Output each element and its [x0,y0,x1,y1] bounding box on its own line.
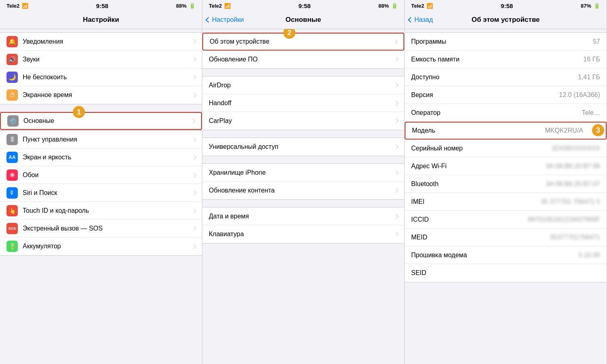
touchid-chevron [191,208,196,213]
detail-row-seid: SEID [405,264,607,282]
bgrefresh-label: Обновление контента [209,187,395,194]
update-label: Обновление ПО [209,56,395,63]
settings-item-control[interactable]: 🎛 Пункт управления [0,131,202,148]
settings-item-dnd[interactable]: 🌙 Не беспокоить [0,68,202,86]
detail-row-available: Доступно 1,41 ГБ [405,68,607,86]
general-icon: ⚙️ [7,115,19,127]
about-group: Об этом устройстве Обновление ПО [202,32,404,69]
detail-row-bluetooth: Bluetooth 3A:08:B6:20:B7:07 [405,175,607,193]
wallpaper-label: Обои [23,171,192,179]
battery-pct-3: 87% [581,3,591,9]
about-label: Об этом устройстве [210,38,394,45]
display-chevron [191,155,196,159]
battery-icon-2: 🔋 [391,3,398,9]
status-left-1: Tele2 📶 [6,3,28,9]
storage-chevron [394,170,398,175]
storage-group: Хранилище iPhone Обновление контента [202,163,404,200]
back-chevron-3 [408,17,414,22]
model-section: 3 Модель MKQK2RU/A [405,122,607,140]
control-icon: 🎛 [6,134,18,145]
step-badge-3: 3 [592,124,604,136]
nav-title-1: Настройки [83,16,119,24]
settings-item-bgrefresh[interactable]: Обновление контента [202,182,404,199]
sounds-icon: 🔊 [6,54,18,65]
time-3: 9:58 [501,2,513,9]
settings-item-handoff[interactable]: Handoff [202,94,404,112]
detail-row-imei: IMEI 35 377701 756471 5 [405,193,607,211]
notifications-icon: 🔔 [6,36,18,47]
time-1: 9:58 [96,2,108,9]
back-label-3: Назад [414,16,433,23]
detail-row-modem: Прошивка модема 5.10.00 [405,246,607,264]
airdrop-chevron [394,83,398,87]
sounds-label: Звуки [23,56,192,63]
status-left-2: Tele2 📶 [209,3,231,9]
display-label: Экран и яркость [23,154,192,161]
screentime-chevron [191,93,196,97]
nav-header-1: Настройки [0,11,202,29]
wifi-icon-3: 📶 [427,3,433,9]
settings-item-about[interactable]: Об этом устройстве [202,33,404,51]
time-2: 9:58 [299,2,311,9]
detail-row-iccid: ICCID 8970105191219437900F [405,211,607,229]
back-label-2: Настройки [212,16,244,23]
general-group: ⚙️ Основные [0,112,202,130]
back-chevron-2 [206,17,211,22]
touchid-icon: 👆 [6,205,18,216]
settings-item-touchid[interactable]: 👆 Touch ID и код-пароль [0,202,202,220]
settings-item-carplay[interactable]: CarPlay [202,112,404,130]
settings-item-battery[interactable]: 🔋 Аккумулятор [0,237,202,255]
sounds-chevron [191,57,196,61]
detail-row-meid: MEID 35377701756471 [405,229,607,246]
accessibility-group: Универсальный доступ [202,138,404,156]
about-chevron [393,39,397,44]
nav-header-2: Настройки Основные [202,11,404,29]
sos-icon: SOS [6,223,18,234]
dnd-chevron [191,75,196,79]
siri-label: Siri и Поиск [23,189,192,197]
carrier-2: Tele2 [209,3,222,9]
battery-pct-2: 88% [378,3,389,9]
settings-item-airdrop[interactable]: AirDrop [202,76,404,94]
settings-item-sounds[interactable]: 🔊 Звуки [0,51,202,68]
nav-title-3: Об этом устройстве [471,16,540,24]
about-section: 2 Об этом устройстве Обновление ПО [202,32,404,69]
wifi-icon-2: 📶 [224,3,231,9]
dnd-label: Не беспокоить [23,74,192,81]
control-chevron [191,137,196,142]
detail-row-apps: Программы 57 [405,33,607,51]
wallpaper-chevron [191,173,196,177]
battery-pct-1: 88% [176,3,187,9]
battery-icon-item: 🔋 [6,241,18,252]
step-badge-1: 1 [73,106,85,118]
settings-item-screentime[interactable]: ⏱ Экранное время [0,86,202,104]
handoff-label: Handoff [209,99,395,107]
detail-row-model: Модель MKQK2RU/A [405,122,607,140]
settings-item-sos[interactable]: SOS Экстренный вызов — SOS [0,220,202,237]
settings-item-siri[interactable]: 🎙 Siri и Поиск [0,184,202,202]
notifications-chevron [191,39,196,44]
display-icon: AA [6,152,18,163]
datetime-group: Дата и время Клавиатура [202,207,404,243]
notifications-label: Уведомления [23,38,192,45]
settings-content: 🔔 Уведомления 🔊 Звуки 🌙 Не беспокоить [0,29,202,364]
status-right-3: 87% 🔋 [581,3,600,9]
detail-row-capacity: Емкость памяти 16 ГБ [405,51,607,68]
battery-icon-1: 🔋 [189,3,195,9]
settings-item-keyboard[interactable]: Клавиатура [202,225,404,243]
siri-icon: 🎙 [6,187,18,199]
sos-chevron [191,226,196,231]
settings-item-storage[interactable]: Хранилище iPhone [202,164,404,182]
settings-item-display[interactable]: AA Экран и яркость [0,148,202,166]
settings-item-accessibility[interactable]: Универсальный доступ [202,138,404,156]
settings-item-notifications[interactable]: 🔔 Уведомления [0,33,202,51]
dnd-icon: 🌙 [6,72,18,83]
settings-item-wallpaper[interactable]: ❋ Обои [0,166,202,184]
settings-item-datetime[interactable]: Дата и время [202,207,404,225]
status-left-3: Tele2 📶 [411,3,433,9]
back-button-2[interactable]: Настройки [206,16,244,23]
settings-item-update[interactable]: Обновление ПО [202,51,404,68]
screentime-icon: ⏱ [6,89,18,101]
back-button-3[interactable]: Назад [409,16,433,23]
settings-item-general[interactable]: ⚙️ Основные [0,112,202,130]
